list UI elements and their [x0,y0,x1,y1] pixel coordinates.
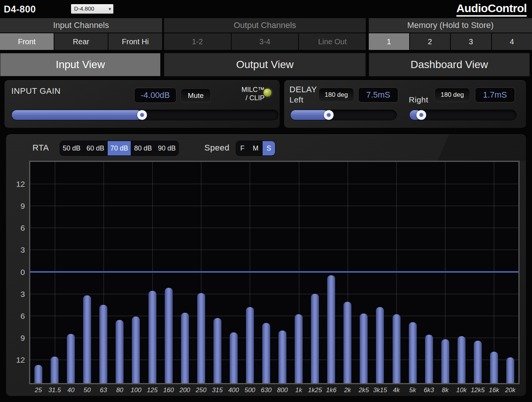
rta-db-button-50-db[interactable]: 50 dB [60,141,83,155]
speed-label: Speed [204,143,229,153]
rta-bar-3k15 [376,307,384,383]
rta-bar-31-5 [51,357,59,383]
rta-db-button-80-db[interactable]: 80 dB [131,141,155,155]
chart-y-axis-label: 9 [12,334,25,343]
rta-bar-50 [83,295,91,383]
delay-left-slider-thumb[interactable] [324,110,334,120]
chart-gridline-h [30,250,518,250]
rta-bar-400 [230,332,238,383]
chart-gridline-h [30,184,518,184]
delay-right-phase-button[interactable]: 180 deg [435,88,470,102]
rta-db-button-70-db[interactable]: 70 dB [108,141,131,155]
chart-x-label-630: 630 [257,386,275,394]
chart-x-label-1k6: 1k6 [322,386,340,394]
chart-x-label-315: 315 [208,386,226,394]
rta-bar-2k [343,302,351,383]
delay-right-label: Right [409,95,428,104]
chart-x-label-10k: 10k [452,386,470,394]
input-gain-slider[interactable] [11,110,278,120]
device-select-value: D-4.800 [74,5,94,12]
rta-bar-6k3 [425,335,433,383]
app-window: D4-800 D-4.800 ▾ AudioControl Input Chan… [0,0,532,402]
rta-bar-1k [295,314,303,383]
rta-bar-40 [67,334,75,383]
rta-bar-12k5 [474,341,482,383]
delay-right-slider-thumb[interactable] [416,110,426,120]
speed-button-f[interactable]: F [236,141,249,155]
channel-button-1[interactable]: 1 [369,33,409,50]
input-channels-group: Input Channels FrontRearFront Hi [0,18,162,50]
channel-button-front-hi[interactable]: Front Hi [108,33,162,50]
chart-x-label-63: 63 [94,386,113,394]
chart-x-label-1k: 1k [290,386,308,394]
chart-x-label-8k: 8k [436,386,454,394]
rta-bar-1k6 [327,275,335,383]
chart-x-label-16k: 16k [485,386,503,394]
chart-y-axis-label: 9 [12,202,25,211]
rta-bar-100 [132,317,140,383]
chart-x-label-40: 40 [62,386,80,394]
delay-left-phase-button[interactable]: 180 deg [319,88,354,102]
tab-input-view[interactable]: Input View [0,53,161,76]
speed-button-m[interactable]: M [249,141,262,155]
channel-button-3-4: 3-4 [232,33,298,50]
chevron-down-icon: ▾ [108,5,111,14]
chart-x-label-250: 250 [192,386,210,394]
chart-x-label-2k: 2k [339,386,357,394]
channel-button-line-out: Line Out [299,33,366,50]
delay-left-slider[interactable] [290,110,397,120]
delay-left-time-value[interactable]: 7.5mS [358,87,398,102]
chart-y-axis-label: 6 [12,224,25,233]
rta-label: RTA [32,143,49,153]
mute-button[interactable]: Mute [181,88,211,103]
rta-bar-80 [116,320,124,383]
input-gain-slider-thumb[interactable] [137,110,147,120]
rta-bar-8k [441,339,449,383]
delay-left-label: Left [289,95,303,104]
chart-y-axis-label: 6 [12,312,25,321]
audiocontrol-logo: AudioControl [456,2,527,17]
rta-bar-5k [409,322,417,383]
rta-bar-250 [197,293,205,383]
delay-right-time-value[interactable]: 1.7mS [475,87,515,102]
rta-bar-25 [34,365,42,383]
rta-db-button-90-db[interactable]: 90 dB [155,141,178,155]
input-gain-value[interactable]: -4.00dB [134,88,176,103]
rta-db-button-60-db[interactable]: 60 dB [84,141,107,155]
memory-header: Memory (Hold to Store) [369,18,532,33]
rta-bar-200 [181,313,189,383]
channel-button-3[interactable]: 3 [451,33,491,50]
chart-gridline-h [30,206,518,206]
tab-output-view[interactable]: Output View [164,53,366,76]
channel-button-1-2: 1-2 [164,33,231,50]
channel-button-front[interactable]: Front [0,33,54,50]
chart-x-label-160: 160 [159,386,178,394]
rta-bar-160 [165,288,173,383]
chart-y-axis-label: 3 [12,290,25,299]
chart-x-label-4k: 4k [387,386,405,394]
chart-x-label-2k5: 2k5 [355,386,373,394]
chart-y-axis-label: 3 [12,245,25,255]
chart-zero-line [30,271,518,273]
input-channels-header: Input Channels [0,18,162,33]
channel-button-rear[interactable]: Rear [54,33,108,50]
output-channels-group: Output Channels 1-23-4Line Out [164,18,366,50]
speed-button-s[interactable]: S [263,141,275,155]
page-title: D4-800 [4,4,36,15]
channel-button-4[interactable]: 4 [492,33,532,50]
rta-bar-20k [506,357,514,383]
chart-y-axis-label: 12 [12,180,25,189]
chart-x-label-25: 25 [29,386,48,394]
chart-gridline-h [30,228,518,228]
device-select[interactable]: D-4.800 ▾ [71,4,113,14]
chart-x-label-6k3: 6k3 [420,386,438,394]
chart-gridline-h [30,294,518,294]
delay-right-slider[interactable] [409,110,517,120]
chart-x-label-125: 125 [143,386,161,394]
rta-bar-10k [458,336,466,383]
rta-bar-630 [262,323,270,383]
tab-dashboard-view[interactable]: Dashboard View [369,53,530,76]
chart-y-axis-label: 0 [12,268,25,277]
channel-button-2[interactable]: 2 [410,33,450,50]
chart-x-label-31-5: 31.5 [46,386,64,394]
